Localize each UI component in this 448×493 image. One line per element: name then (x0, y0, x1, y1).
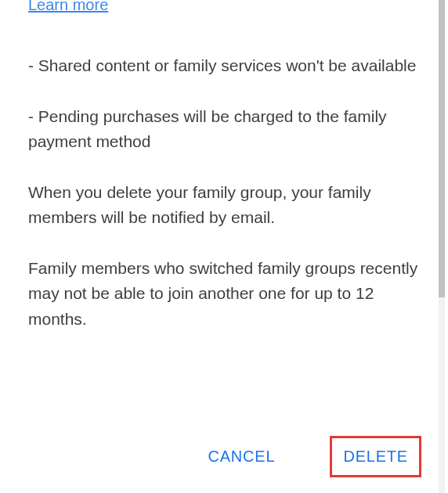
learn-more-link[interactable]: Learn more (28, 0, 108, 13)
delete-button[interactable]: DELETE (332, 438, 419, 475)
dialog-paragraph: Family members who switched family group… (28, 256, 420, 333)
scrollbar-thumb[interactable] (439, 0, 445, 297)
cancel-button[interactable]: CANCEL (198, 440, 284, 473)
dialog-paragraph: - Pending purchases will be charged to t… (28, 104, 420, 155)
dialog-paragraph: When you delete your family group, your … (28, 180, 420, 231)
delete-family-dialog: Learn more - Shared content or family se… (0, 0, 448, 493)
dialog-actions: CANCEL DELETE (198, 436, 421, 477)
delete-button-highlight: DELETE (330, 436, 421, 477)
dialog-paragraph: - Shared content or family services won'… (28, 53, 420, 79)
